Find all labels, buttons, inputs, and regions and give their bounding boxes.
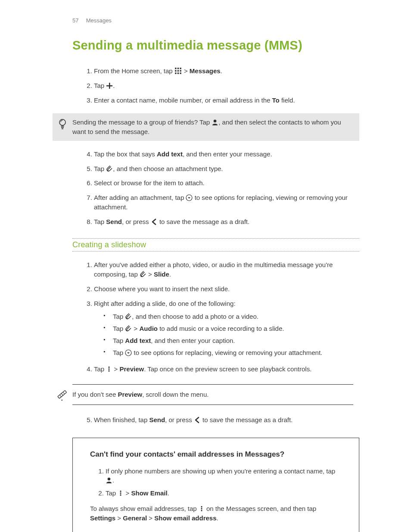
pencil-icon [56, 389, 68, 401]
slideshow-step-4: Tap > Preview. Tap once on the preview s… [94, 362, 359, 376]
slideshow-bullets: Tap , and then choose to add a photo or … [94, 311, 359, 358]
bullet-3: Tap Add text, and then enter your captio… [113, 335, 359, 347]
page-header: 57 Messages [72, 17, 359, 24]
back-icon [194, 417, 201, 423]
overflow-icon [118, 490, 124, 496]
dropdown-icon [125, 349, 132, 356]
attachment-icon [106, 165, 113, 172]
dropdown-icon [186, 194, 193, 201]
slideshow-step-2: Choose where you want to insert the next… [94, 282, 359, 296]
panel-title: Can't find your contacts' email addresse… [90, 450, 342, 459]
slideshow-step-3: Right after adding a slide, do one of th… [94, 296, 359, 362]
page-title: Sending a multimedia message (MMS) [72, 38, 359, 53]
step-3: Enter a contact name, mobile number, or … [94, 93, 359, 108]
slideshow-steps: After you've added either a photo, video… [72, 258, 359, 376]
person-icon [212, 119, 218, 126]
page-number: 57 [72, 17, 84, 24]
bullet-1: Tap , and then choose to add a photo or … [113, 311, 359, 323]
subheading-slideshow: Creating a slideshow [72, 238, 359, 252]
person-icon [106, 477, 112, 484]
lightbulb-icon [58, 118, 67, 130]
attachment-icon [140, 271, 146, 278]
overflow-icon [199, 506, 205, 512]
bullet-2: Tap > Audio to add music or a voice reco… [113, 323, 359, 335]
step-2: Tap . [94, 78, 359, 93]
slideshow-step-1: After you've added either a photo, video… [94, 258, 359, 282]
note-preview: If you don't see Preview, scroll down th… [53, 383, 359, 407]
plus-icon [106, 82, 113, 89]
step-5: Tap , and then choose an attachment type… [94, 162, 359, 176]
panel-steps: If only phone numbers are showing up whe… [90, 465, 342, 500]
step-6: Select or browse for the item to attach. [94, 176, 359, 190]
section-name: Messages [86, 17, 112, 24]
attachment-icon [125, 313, 132, 320]
steps-list-2: Tap the box that says Add text, and then… [72, 147, 359, 229]
step-8: Tap Send, or press to save the message a… [94, 215, 359, 229]
panel-post: To always show email addresses, tap on t… [90, 504, 342, 523]
step-7: After adding an attachment, tap to see o… [94, 190, 359, 215]
apps-icon [174, 67, 182, 75]
panel-step-2: Tap > Show Email. [106, 487, 342, 500]
panel-step-1: If only phone numbers are showing up whe… [106, 465, 342, 487]
step-4: Tap the box that says Add text, and then… [94, 147, 359, 162]
slideshow-steps-2: When finished, tap Send, or press to sav… [72, 413, 359, 427]
callout-tip: Sending the message to a group of friend… [53, 113, 359, 141]
panel-email-contacts: Can't find your contacts' email addresse… [72, 438, 359, 532]
bullet-4: Tap to see options for replacing, viewin… [113, 347, 359, 359]
steps-list-1: From the Home screen, tap > Messages. Ta… [72, 64, 359, 107]
overflow-icon [106, 366, 112, 372]
attachment-icon [125, 325, 132, 332]
step-1: From the Home screen, tap > Messages. [94, 64, 359, 78]
page: 57 Messages Sending a multimedia message… [0, 0, 411, 532]
back-icon [151, 218, 158, 225]
slideshow-step-5: When finished, tap Send, or press to sav… [94, 413, 359, 427]
